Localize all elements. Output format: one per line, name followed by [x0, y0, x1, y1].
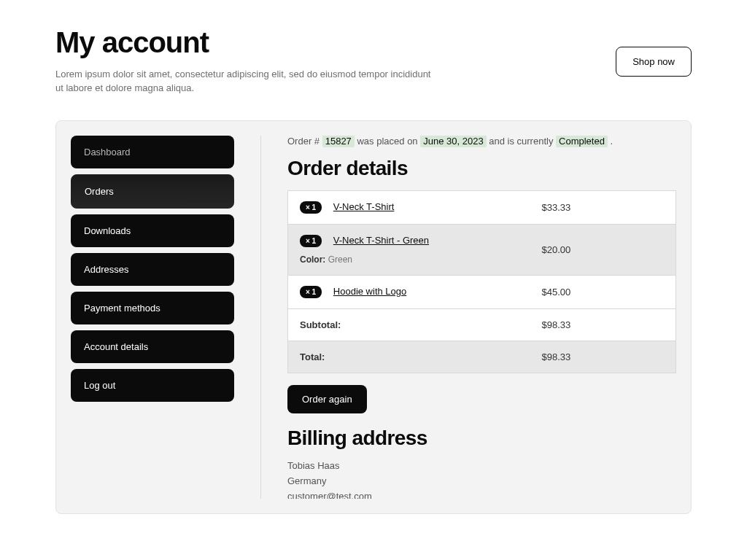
table-row: × 1 V-Neck T-Shirt $33.33 — [288, 190, 676, 224]
line-total: $33.33 — [530, 190, 676, 224]
line-total: $45.00 — [530, 275, 676, 308]
product-link[interactable]: V-Neck T-Shirt — [333, 201, 395, 212]
sidebar-item-orders[interactable]: Orders — [71, 174, 234, 209]
account-sidebar: Dashboard Orders Downloads Addresses Pay… — [71, 136, 234, 499]
line-total: $20.00 — [530, 224, 676, 275]
sidebar-item-addresses[interactable]: Addresses — [71, 253, 234, 286]
order-status: Completed — [556, 136, 608, 147]
sidebar-item-downloads[interactable]: Downloads — [71, 214, 234, 247]
order-summary-line: Order # 15827 was placed on June 30, 202… — [287, 136, 676, 147]
product-link[interactable]: V-Neck T-Shirt - Green — [333, 235, 429, 246]
order-number: 15827 — [322, 136, 355, 147]
order-details-table: × 1 V-Neck T-Shirt $33.33 × 1 V-Neck T-S… — [287, 190, 676, 373]
qty-badge: × 1 — [300, 201, 322, 214]
product-link[interactable]: Hoodie with Logo — [333, 286, 406, 297]
subtotal-row: Subtotal: $98.33 — [288, 308, 676, 341]
qty-badge: × 1 — [300, 235, 322, 247]
billing-email: customer@test.com — [287, 491, 676, 499]
total-label: Total: — [288, 341, 530, 373]
qty-badge: × 1 — [300, 286, 322, 298]
table-row: × 1 Hoodie with Logo $45.00 — [288, 275, 676, 308]
product-variation: Color: Green — [300, 254, 519, 265]
subtotal-label: Subtotal: — [288, 308, 530, 341]
order-mid2: and is currently — [489, 136, 556, 147]
order-suffix: . — [611, 136, 614, 147]
billing-name: Tobias Haas — [287, 460, 676, 471]
sidebar-item-account-details[interactable]: Account details — [71, 330, 234, 363]
order-again-button[interactable]: Order again — [287, 385, 367, 413]
order-details-heading: Order details — [287, 157, 676, 180]
order-date: June 30, 2023 — [420, 136, 486, 147]
shop-now-button[interactable]: Shop now — [616, 47, 692, 77]
sidebar-item-payment-methods[interactable]: Payment methods — [71, 292, 234, 324]
sidebar-item-log-out[interactable]: Log out — [71, 369, 234, 402]
total-value: $98.33 — [530, 341, 676, 373]
variation-label: Color: — [300, 254, 325, 265]
page-title: My account — [55, 26, 435, 59]
table-row: × 1 V-Neck T-Shirt - Green Color: Green … — [288, 224, 676, 275]
variation-value: Green — [328, 254, 352, 265]
account-content: Dashboard Orders Downloads Addresses Pay… — [55, 120, 692, 514]
order-mid1: was placed on — [357, 136, 420, 147]
order-prefix: Order # — [287, 136, 320, 147]
subtotal-value: $98.33 — [530, 308, 676, 341]
billing-country: Germany — [287, 475, 676, 486]
billing-address-heading: Billing address — [287, 427, 676, 450]
sidebar-item-dashboard[interactable]: Dashboard — [71, 136, 234, 168]
page-description: Lorem ipsum dolor sit amet, consectetur … — [55, 68, 435, 96]
total-row: Total: $98.33 — [288, 341, 676, 373]
